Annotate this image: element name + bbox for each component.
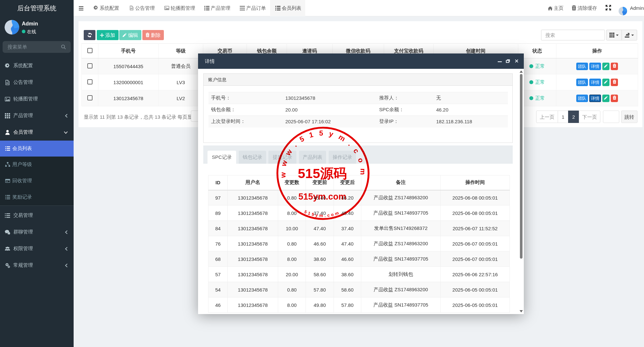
svg-text:515源码: 515源码 [298,166,347,181]
svg-text:515ym.com: 515ym.com [298,192,346,202]
